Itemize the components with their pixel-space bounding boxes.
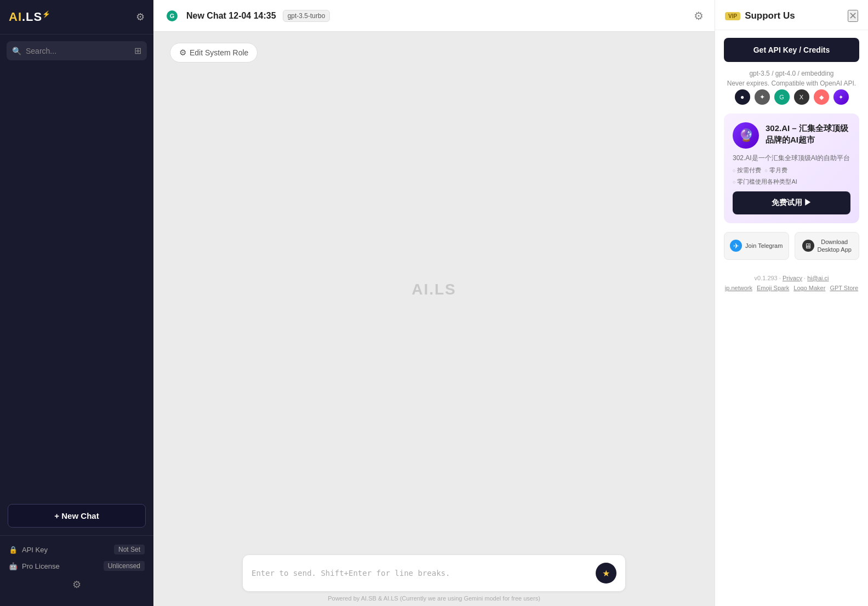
promo-cta-button[interactable]: 免费试用 ▶: [733, 191, 850, 214]
provider-icon-6: ✦: [833, 89, 849, 105]
send-button[interactable]: ★: [596, 563, 616, 584]
svg-text:G: G: [170, 13, 175, 19]
message-input[interactable]: [252, 569, 590, 577]
join-telegram-button[interactable]: ✈ Join Telegram: [724, 232, 789, 260]
download-app-button[interactable]: 🖥 DownloadDesktop App: [795, 232, 860, 260]
chat-list: [0, 65, 153, 499]
promo-title: 302.AI – 汇集全球顶级品牌的AI超市: [766, 122, 850, 145]
api-key-row: 🔒 API Key Not Set: [9, 541, 145, 558]
search-bar: 🔍 ⊞: [7, 41, 147, 60]
get-api-key-button[interactable]: Get API Key / Credits: [724, 38, 859, 62]
telegram-icon: ✈: [730, 240, 742, 252]
gpt-store-link[interactable]: GPT Store: [830, 283, 858, 293]
robot-icon: 🤖: [9, 562, 18, 570]
api-description: gpt-3.5 / gpt-4.0 / embedding Never expi…: [724, 69, 859, 105]
api-key-label: 🔒 API Key: [9, 546, 48, 554]
email-link[interactable]: hi@ai.ci: [807, 275, 829, 281]
chat-area: ⚙ Edit System Role AI.LS: [153, 32, 715, 547]
vip-badge: VIP: [725, 12, 740, 20]
right-panel-footer: v0.1.293 · Privacy · hi@ai.ci ip.network…: [715, 268, 868, 302]
openai-icon: G: [164, 8, 180, 24]
promo-tag-3: 零门槛使用各种类型AI: [733, 178, 797, 186]
powered-by-text: Powered by AI.SB & AI.LS (Currently we a…: [328, 595, 540, 602]
sidebar-header: AI.LS⚡ ⚙: [0, 0, 153, 35]
provider-icon-2: ✦: [755, 89, 770, 105]
promo-tags: 按需付费 零月费 零门槛使用各种类型AI: [733, 166, 850, 186]
lock-icon: 🔒: [9, 546, 18, 554]
watermark: AI.LS: [412, 281, 456, 298]
provider-icon-5: ◆: [814, 89, 829, 105]
pro-license-value: Unlicensed: [104, 561, 145, 571]
bottom-settings-icon[interactable]: ⚙: [9, 574, 145, 595]
sidebar: AI.LS⚡ ⚙ 🔍 ⊞ + New Chat 🔒 API Key Not Se…: [0, 0, 153, 606]
topbar: G New Chat 12-04 14:35 gpt-3.5-turbo ⚙: [153, 0, 715, 32]
sidebar-footer: 🔒 API Key Not Set 🤖 Pro License Unlicens…: [0, 535, 153, 606]
provider-icon-1: ●: [735, 89, 750, 105]
promo-description: 302.AI是一个汇集全球顶级AI的自助平台: [733, 153, 850, 163]
close-panel-button[interactable]: ✕: [848, 10, 858, 22]
input-area: ★ Powered by AI.SB & AI.LS (Currently we…: [153, 547, 715, 606]
api-key-value: Not Set: [114, 545, 145, 554]
support-us-title: Support Us: [745, 10, 795, 21]
pro-license-row: 🤖 Pro License Unlicensed: [9, 558, 145, 574]
input-row: ★: [242, 554, 626, 592]
ip-network-link[interactable]: ip.network: [725, 283, 752, 293]
promo-tag-2: 零月费: [764, 166, 787, 174]
chat-title: New Chat 12-04 14:35: [186, 11, 276, 21]
api-provider-icons: ● ✦ G X ◆ ✦: [724, 89, 859, 105]
social-links-row: ✈ Join Telegram 🖥 DownloadDesktop App: [724, 232, 859, 260]
logo-maker-link[interactable]: Logo Maker: [793, 283, 825, 293]
provider-icon-3: G: [774, 89, 790, 105]
promo-icon: 🔮: [733, 122, 759, 149]
new-folder-icon[interactable]: ⊞: [134, 46, 141, 56]
search-input[interactable]: [26, 47, 130, 55]
send-icon: ★: [602, 568, 610, 579]
model-badge[interactable]: gpt-3.5-turbo: [283, 10, 330, 22]
promo-header: 🔮 302.AI – 汇集全球顶级品牌的AI超市: [733, 122, 850, 149]
right-panel: VIP Support Us ✕ Get API Key / Credits g…: [715, 0, 868, 606]
search-icon: 🔍: [12, 47, 21, 55]
promo-card: 🔮 302.AI – 汇集全球顶级品牌的AI超市 302.AI是一个汇集全球顶级…: [724, 114, 859, 223]
edit-system-role-button[interactable]: ⚙ Edit System Role: [170, 43, 258, 63]
new-chat-button[interactable]: + New Chat: [8, 504, 146, 528]
main-content: G New Chat 12-04 14:35 gpt-3.5-turbo ⚙ ⚙…: [153, 0, 715, 606]
support-title-row: VIP Support Us: [725, 10, 795, 21]
provider-icon-4: X: [794, 89, 809, 105]
right-panel-header: VIP Support Us ✕: [715, 0, 868, 30]
footer-links: ip.network Emoji Spark Logo Maker GPT St…: [724, 283, 859, 293]
promo-tag-1: 按需付费: [733, 166, 761, 174]
sidebar-settings-icon[interactable]: ⚙: [136, 11, 145, 23]
right-panel-content: Get API Key / Credits gpt-3.5 / gpt-4.0 …: [715, 30, 868, 268]
logo: AI.LS⚡: [9, 10, 51, 24]
pro-license-label: 🤖 Pro License: [9, 562, 60, 570]
topbar-settings-icon[interactable]: ⚙: [694, 9, 704, 22]
privacy-link[interactable]: Privacy: [783, 275, 802, 281]
system-role-icon: ⚙: [179, 48, 186, 58]
emoji-spark-link[interactable]: Emoji Spark: [757, 283, 789, 293]
desktop-icon: 🖥: [802, 240, 814, 252]
